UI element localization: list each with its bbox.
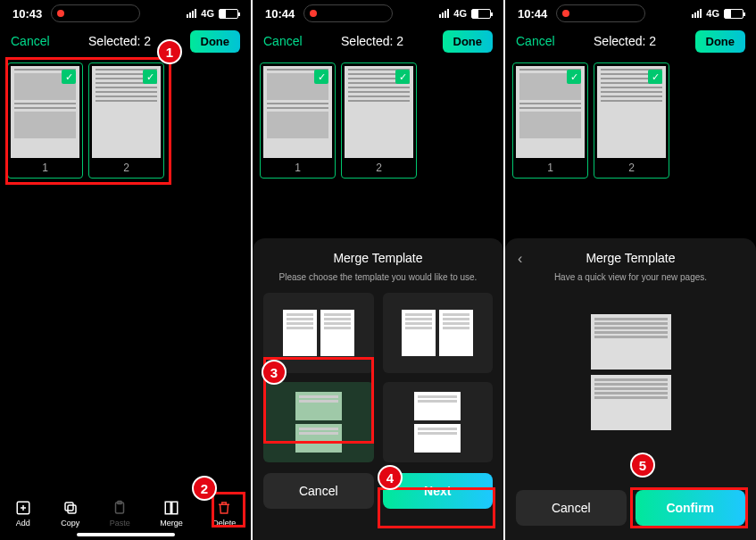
signal-bars-icon <box>692 9 702 18</box>
signal-bars-icon <box>439 9 449 18</box>
status-bar: 10:44 4G <box>505 0 756 27</box>
thumb-image: ✓ <box>597 66 666 158</box>
battery-icon <box>219 9 238 19</box>
template-2up-stacked[interactable] <box>263 382 374 462</box>
cancel-link[interactable]: Cancel <box>11 34 50 48</box>
battery-icon <box>471 9 491 19</box>
page-thumb-1[interactable]: ✓ 1 <box>260 62 336 179</box>
check-icon: ✓ <box>648 70 662 84</box>
record-dot-icon <box>57 10 64 17</box>
svg-rect-2 <box>65 503 73 511</box>
network-label: 4G <box>453 8 467 19</box>
screen-2-template: 10:44 4G Cancel Selected: 2 Done ✓ 1 ✓ 2 <box>253 0 503 540</box>
template-2up-portrait-alt[interactable] <box>383 293 494 373</box>
thumb-number: 2 <box>594 158 669 178</box>
preview-page-1 <box>591 314 671 370</box>
svg-rect-1 <box>68 505 76 513</box>
top-bar: Cancel Selected: 2 Done <box>505 27 756 55</box>
back-chevron-icon[interactable]: ‹ <box>518 251 522 267</box>
thumb-number: 1 <box>513 158 587 178</box>
sheet-title: Merge Template <box>516 251 745 265</box>
status-bar: 10:44 4G <box>253 0 503 27</box>
sheet-subtitle: Have a quick view for your new pages. <box>516 272 745 282</box>
check-icon: ✓ <box>62 70 76 84</box>
check-icon: ✓ <box>395 70 410 84</box>
sheet-cancel-button[interactable]: Cancel <box>516 490 627 526</box>
sheet-title: Merge Template <box>263 251 493 265</box>
screen-3-preview: 10:44 4G Cancel Selected: 2 Done ✓ 1 ✓ 2 <box>505 0 756 540</box>
selected-count: Selected: 2 <box>88 34 151 48</box>
status-time: 10:43 <box>12 7 42 21</box>
thumbnail-grid: ✓ 1 ✓ 2 <box>253 55 503 186</box>
sheet-subtitle: Please choose the template you would lik… <box>263 272 493 282</box>
page-thumb-2[interactable]: ✓ 2 <box>341 62 417 179</box>
battery-icon <box>724 9 744 19</box>
thumb-image: ✓ <box>345 66 413 158</box>
top-bar: Cancel Selected: 2 Done <box>253 27 503 55</box>
network-label: 4G <box>201 8 214 19</box>
svg-rect-6 <box>172 502 178 514</box>
recording-pill[interactable] <box>556 4 645 22</box>
thumb-number: 1 <box>261 158 335 178</box>
recording-pill[interactable] <box>51 4 140 22</box>
sheet-actions: Cancel Confirm <box>516 490 745 526</box>
selected-count: Selected: 2 <box>594 34 656 48</box>
signal-bars-icon <box>187 9 196 18</box>
template-2up-stacked-alt[interactable] <box>383 382 494 462</box>
selected-count: Selected: 2 <box>341 34 403 48</box>
done-button[interactable]: Done <box>443 30 494 53</box>
check-icon: ✓ <box>143 70 157 84</box>
paste-button: Paste <box>110 500 130 528</box>
page-thumb-1[interactable]: ✓ 1 <box>512 62 588 179</box>
recording-pill[interactable] <box>303 4 393 22</box>
preview-page-2 <box>591 375 671 430</box>
network-label: 4G <box>706 8 719 19</box>
annotation-4: 4 <box>378 465 403 490</box>
add-icon <box>15 500 31 516</box>
svg-rect-5 <box>165 502 170 514</box>
delete-button[interactable]: Delete <box>212 500 236 528</box>
copy-icon <box>62 500 79 516</box>
merged-preview <box>516 293 745 430</box>
status-bar: 10:43 4G <box>0 0 251 27</box>
check-icon: ✓ <box>567 70 581 84</box>
thumb-image: ✓ <box>92 66 161 158</box>
thumb-image: ✓ <box>263 66 332 158</box>
trash-icon <box>216 500 232 516</box>
annotation-1: 1 <box>157 39 182 64</box>
home-indicator[interactable] <box>77 533 175 536</box>
annotation-2: 2 <box>192 476 217 501</box>
record-dot-icon <box>310 10 317 17</box>
cancel-link[interactable]: Cancel <box>263 34 303 48</box>
sheet-cancel-button[interactable]: Cancel <box>263 473 374 509</box>
done-button[interactable]: Done <box>190 30 241 53</box>
add-button[interactable]: Add <box>15 500 31 528</box>
cancel-link[interactable]: Cancel <box>516 34 555 48</box>
thumb-number: 1 <box>8 158 82 178</box>
thumb-number: 2 <box>89 158 163 178</box>
done-button[interactable]: Done <box>695 30 746 53</box>
page-thumb-1[interactable]: ✓ 1 <box>7 62 83 179</box>
merge-button[interactable]: Merge <box>160 500 183 528</box>
template-grid <box>263 293 493 462</box>
thumb-image: ✓ <box>516 66 585 158</box>
annotation-3: 3 <box>262 360 287 385</box>
thumb-number: 2 <box>342 158 416 178</box>
check-icon: ✓ <box>314 70 328 84</box>
page-thumb-2[interactable]: ✓ 2 <box>88 62 164 179</box>
paste-icon <box>112 500 128 516</box>
thumbnail-grid: ✓ 1 ✓ 2 <box>505 55 756 186</box>
merge-template-sheet: Merge Template Please choose the templat… <box>253 238 503 540</box>
merge-icon <box>163 500 179 516</box>
annotation-5: 5 <box>630 453 655 478</box>
thumbnail-grid: ✓ 1 ✓ 2 <box>0 55 251 186</box>
sheet-confirm-button[interactable]: Confirm <box>636 490 746 526</box>
status-time: 10:44 <box>518 7 547 21</box>
record-dot-icon <box>562 10 569 17</box>
merge-preview-sheet: ‹ Merge Template Have a quick view for y… <box>505 238 756 540</box>
page-thumb-2[interactable]: ✓ 2 <box>594 62 669 179</box>
top-bar: Cancel Selected: 2 Done <box>0 27 251 55</box>
copy-button[interactable]: Copy <box>61 500 79 528</box>
thumb-image: ✓ <box>11 66 79 158</box>
screen-1-select: 10:43 4G Cancel Selected: 2 Done ✓ 1 ✓ 2 <box>0 0 251 540</box>
